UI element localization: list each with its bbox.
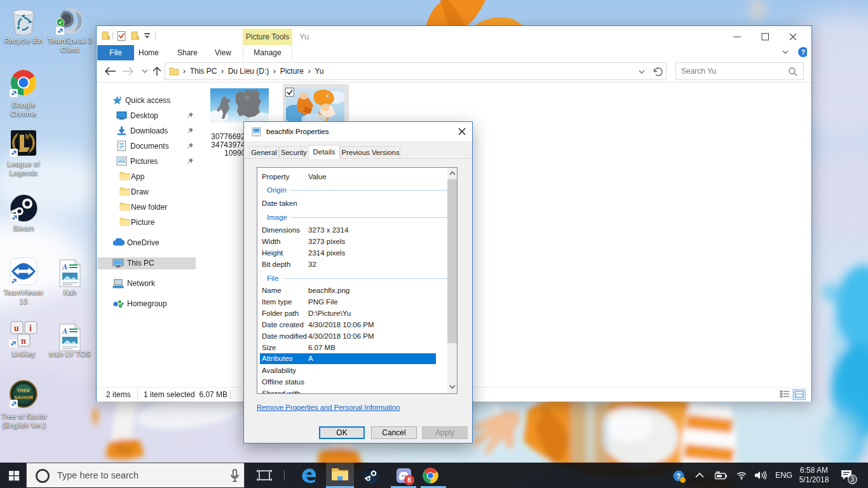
svg-text:u: u [14,323,19,333]
svg-text:TREE: TREE [17,388,31,393]
svg-text:A: A [62,262,67,271]
svg-text:3: 3 [851,476,855,483]
svg-text:A: A [62,327,67,336]
svg-text:n: n [21,336,26,346]
svg-text:?: ? [801,48,806,56]
svg-text:i: i [29,323,32,333]
svg-text:8: 8 [407,476,411,484]
